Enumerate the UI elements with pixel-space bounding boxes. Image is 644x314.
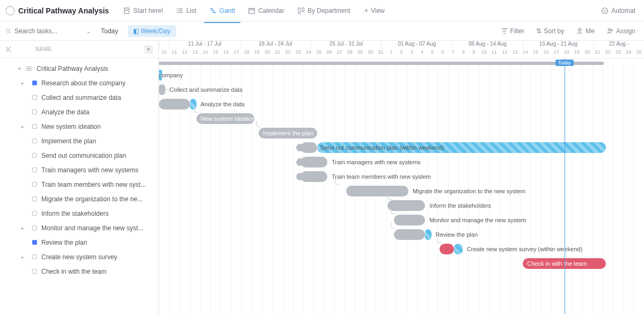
dependency-connector: [391, 208, 395, 214]
status-square-icon[interactable]: [32, 269, 37, 274]
gantt-bar[interactable]: [159, 84, 165, 95]
task-item[interactable]: Review the plan: [0, 235, 158, 250]
day-header: 20: [582, 49, 592, 58]
gantt-bar[interactable]: [346, 186, 408, 196]
view-label: By Department: [308, 7, 350, 14]
gantt-area[interactable]: 11 Jul - 17 Jul18 Jul - 24 Jul25 Jul - 3…: [159, 41, 644, 314]
collapse-icon[interactable]: [5, 45, 14, 54]
status-square-icon[interactable]: [32, 211, 37, 216]
view-tab-gantt[interactable]: Gantt: [204, 4, 240, 18]
me-filter-button[interactable]: Me: [573, 25, 598, 37]
gantt-bar[interactable]: Implement the plan: [259, 128, 317, 138]
day-header: 14: [520, 49, 530, 58]
status-square-icon[interactable]: [32, 167, 37, 172]
day-header: 17: [551, 49, 561, 58]
task-item[interactable]: Train team members with new syst...: [0, 177, 158, 192]
gantt-bar[interactable]: [394, 229, 425, 240]
gantt-body[interactable]: Today companyCollect and summarize dataA…: [159, 59, 644, 314]
task-item[interactable]: ▸Create new system survey: [0, 250, 158, 264]
bar-label: Review the plan: [436, 229, 478, 240]
task-item[interactable]: Collect and summarize data: [0, 90, 158, 105]
task-label: Analyze the data: [41, 108, 89, 116]
caret-down-icon[interactable]: ▾: [18, 66, 21, 71]
day-header: 22: [603, 49, 613, 58]
caret-right-icon[interactable]: ▸: [21, 124, 24, 129]
task-item[interactable]: Analyze the data: [0, 105, 158, 119]
status-square-icon[interactable]: [32, 153, 37, 158]
task-item[interactable]: ▸Research about the company: [0, 76, 158, 90]
search-box[interactable]: ⌄: [5, 27, 91, 35]
filter-icon: [501, 27, 508, 35]
gantt-bar[interactable]: [440, 244, 454, 254]
gantt-row: Monitor and manage the new system: [159, 213, 644, 228]
status-square-icon[interactable]: [32, 182, 37, 187]
task-item[interactable]: Implement the plan: [0, 134, 158, 148]
day-header: 31: [376, 49, 386, 58]
caret-right-icon[interactable]: ▸: [21, 81, 24, 86]
view-tab-list[interactable]: List: [171, 4, 202, 18]
svg-point-7: [177, 10, 178, 11]
sort-button[interactable]: ⇅ Sort by: [533, 25, 567, 37]
summary-bar[interactable]: [159, 62, 604, 65]
task-item[interactable]: Check in with the team: [0, 264, 158, 279]
view-tab-calendar[interactable]: Calendar: [243, 4, 290, 18]
bar-label: Inform the stakeholders: [429, 200, 491, 211]
status-square-icon[interactable]: [32, 196, 37, 201]
day-header: 23: [613, 49, 623, 58]
chevron-down-icon[interactable]: ⌄: [86, 27, 91, 35]
add-view-button[interactable]: + View: [359, 4, 390, 18]
gantt-bar[interactable]: [454, 244, 463, 254]
today-badge: Today: [555, 60, 574, 66]
day-header: 24: [624, 49, 634, 58]
status-square-icon[interactable]: [32, 124, 37, 129]
task-item[interactable]: Train managers with new systems: [0, 163, 158, 177]
list-root[interactable]: ▾ Critical Pathway Analysis: [0, 61, 158, 76]
task-item[interactable]: Migrate the organization to the ne...: [0, 192, 158, 206]
status-square-icon[interactable]: [32, 138, 37, 143]
view-tab-by-department[interactable]: By Department: [292, 4, 356, 18]
day-header: 24: [303, 49, 313, 58]
day-header: 21: [273, 49, 283, 58]
caret-right-icon[interactable]: ▸: [21, 254, 24, 260]
task-item[interactable]: ▸New system ideation: [0, 119, 158, 134]
range-toggle[interactable]: ◧ Week/Day: [128, 25, 175, 37]
gantt-bar[interactable]: [301, 142, 317, 153]
status-square-icon[interactable]: [32, 254, 37, 259]
caret-right-icon[interactable]: ▸: [21, 225, 24, 231]
status-square-icon[interactable]: [32, 109, 37, 114]
gantt-bar[interactable]: [301, 157, 327, 167]
gantt-row: Send out communication plan (within week…: [159, 141, 644, 155]
task-item[interactable]: ▸Monitor and manage the new syst...: [0, 221, 158, 235]
task-item[interactable]: Send out communication plan: [0, 148, 158, 163]
view-tab-start-here-[interactable]: Start here!: [118, 4, 169, 18]
today-button[interactable]: Today: [97, 25, 122, 37]
day-header: 20: [262, 49, 272, 58]
add-column-button[interactable]: +: [144, 45, 153, 54]
gantt-bar[interactable]: [301, 171, 327, 182]
day-header: 26: [324, 49, 334, 58]
status-square-icon[interactable]: [32, 81, 37, 85]
gantt-bar[interactable]: New system ideation: [196, 113, 255, 124]
sidebar-header: NAME +: [0, 41, 158, 58]
day-header: 13: [510, 49, 520, 58]
assignee-button[interactable]: Assign: [603, 25, 639, 37]
svg-point-19: [579, 28, 581, 31]
svg-point-17: [6, 29, 10, 32]
gantt-bar[interactable]: [425, 229, 431, 240]
page-title: Critical Pathway Analysis: [18, 6, 109, 15]
day-header: 16: [541, 49, 551, 58]
status-square-icon[interactable]: [32, 95, 37, 100]
status-square-icon[interactable]: [32, 225, 37, 230]
task-sidebar: NAME + ▾ Critical Pathway Analysis ▸Rese…: [0, 41, 159, 314]
search-input[interactable]: [14, 27, 83, 35]
status-square-icon[interactable]: [32, 240, 37, 245]
automate-button[interactable]: Automat: [598, 4, 639, 18]
bar-label: Train managers with new systems: [332, 157, 421, 167]
day-header: 6: [437, 49, 448, 58]
day-header: 5: [427, 49, 437, 58]
gantt-bar[interactable]: [159, 99, 190, 109]
filter-button[interactable]: Filter: [497, 25, 528, 37]
svg-line-18: [9, 32, 10, 33]
task-item[interactable]: Inform the stakeholders: [0, 206, 158, 221]
gantt-bar[interactable]: [394, 215, 425, 225]
